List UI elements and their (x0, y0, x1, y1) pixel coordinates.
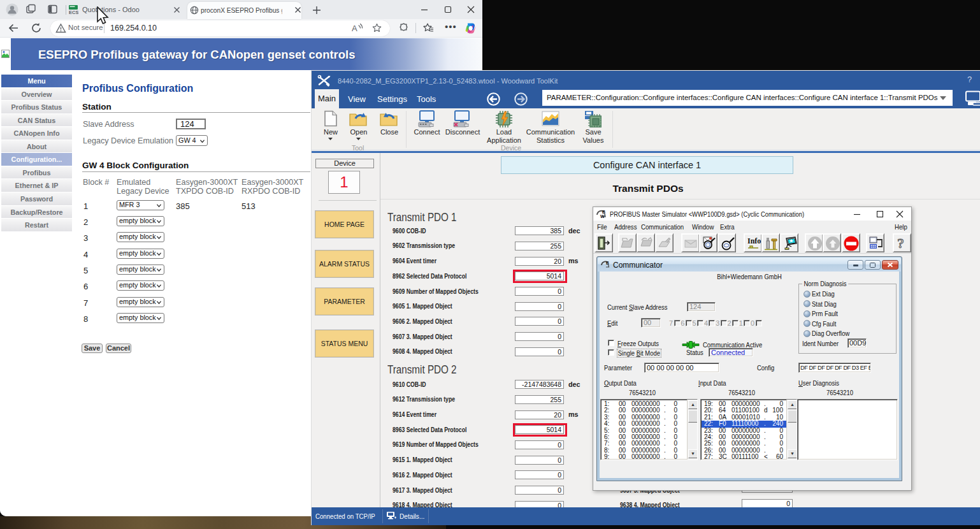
svg-text:A: A (352, 24, 357, 33)
svg-text:W: W (600, 214, 605, 219)
svg-text:Info: Info (747, 236, 761, 245)
svg-text:ECS: ECS (69, 10, 78, 15)
svg-text:?: ? (897, 236, 904, 251)
svg-text:B: B (606, 261, 609, 265)
